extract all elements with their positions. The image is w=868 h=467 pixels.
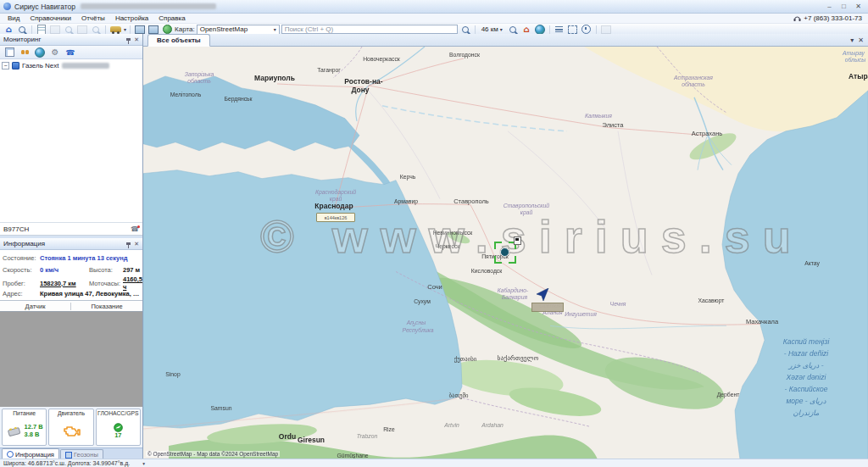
map-label: Sinop bbox=[165, 371, 181, 378]
mileage-value[interactable]: 158230,7 км bbox=[40, 280, 89, 287]
map-label: Ростов-на- bbox=[344, 77, 382, 86]
map-label: Ardahan bbox=[481, 422, 504, 428]
mileage-label: Пробег: bbox=[3, 280, 40, 287]
search-go-icon[interactable] bbox=[459, 25, 471, 35]
map-label: Краснодар bbox=[314, 202, 353, 210]
address-label: Адрес: bbox=[3, 290, 40, 297]
tab-all-objects[interactable]: Все объекты bbox=[147, 34, 210, 47]
battery-icon bbox=[6, 425, 23, 436]
map-area: Все объекты ▾ ✕ bbox=[143, 34, 868, 459]
chevron-down-icon[interactable]: ▾ bbox=[142, 461, 145, 466]
map-label: Мариуполь bbox=[254, 74, 295, 82]
list-icon[interactable] bbox=[554, 25, 565, 35]
speed-label: Скорость: bbox=[3, 266, 40, 274]
route-distance-badge: в144кв126 bbox=[316, 213, 355, 222]
tool-icon-disabled-1 bbox=[49, 25, 61, 35]
monitor-2-icon[interactable] bbox=[147, 25, 159, 35]
direction-arrow-icon bbox=[537, 288, 549, 302]
menu-settings[interactable]: Настройка bbox=[110, 14, 153, 22]
gps-indicator: ГЛОНАСС/GPS 17 bbox=[96, 409, 141, 446]
menu-view[interactable]: Вид bbox=[3, 14, 25, 22]
address-value: Кривая улица 47, Левокумка, Ста... bbox=[40, 290, 142, 297]
vehicle-tree-item[interactable]: − Газель Next bbox=[2, 62, 141, 69]
geozone-icon bbox=[65, 452, 72, 459]
menu-directories[interactable]: Справочники bbox=[25, 14, 75, 22]
menu-help[interactable]: Справка bbox=[153, 14, 190, 22]
dock-tabs: Информация Геозоны bbox=[0, 448, 142, 459]
globe-icon[interactable] bbox=[534, 25, 546, 35]
height-value: 297 м bbox=[123, 266, 142, 274]
map-select[interactable]: OpenStreetMap ▾ bbox=[197, 25, 280, 35]
collapse-icon[interactable]: − bbox=[2, 62, 9, 69]
support-phone-number: +7 (863) 333-01-73 bbox=[804, 14, 862, 22]
map-canvas[interactable]: МариупольМелітопольБердянськТаганрогНово… bbox=[143, 47, 868, 459]
map-label: Таганрог bbox=[317, 67, 341, 74]
sensor-col-value: Показание bbox=[71, 303, 142, 310]
map-label: Rize bbox=[383, 426, 395, 432]
map-label: Хасавюрт bbox=[698, 297, 725, 304]
menu-reports[interactable]: Отчёты bbox=[76, 14, 110, 22]
cursor-coordinates: Широта: 46.68713°с.ш. Долгота: 34.99047°… bbox=[3, 460, 130, 466]
support-phone: +7 (863) 333-01-73 bbox=[793, 14, 865, 22]
zoom-search-icon[interactable] bbox=[507, 25, 519, 35]
sea-label-line: море - دریای bbox=[786, 397, 826, 406]
map-label: Балкария bbox=[502, 294, 527, 301]
phone-status-icon[interactable] bbox=[131, 225, 139, 233]
show-on-map-icon[interactable] bbox=[34, 47, 46, 58]
gear-icon[interactable] bbox=[49, 47, 61, 58]
sea-label-line: - Hazar deñizi bbox=[784, 349, 830, 358]
close-button[interactable] bbox=[852, 2, 865, 11]
map-label: Запорізька bbox=[185, 71, 214, 78]
map-scale-dropdown[interactable]: 46 км ▾ bbox=[479, 25, 505, 34]
goto-address-icon[interactable] bbox=[520, 25, 532, 35]
power-indicator: Питание 12.7 В 3.8 В bbox=[2, 409, 47, 446]
map-label: область bbox=[682, 81, 705, 87]
speed-value: 0 км/ч bbox=[40, 266, 89, 274]
voltage-main: 12.7 В bbox=[25, 423, 43, 431]
info-title: Информация bbox=[3, 240, 45, 247]
monitor-icon[interactable] bbox=[134, 25, 146, 35]
tab-close-icon[interactable]: ✕ bbox=[858, 36, 864, 44]
map-label: Республика bbox=[402, 327, 433, 334]
hours-value[interactable]: 4160,5 ч bbox=[123, 275, 142, 291]
report-icon[interactable] bbox=[36, 25, 47, 35]
home-icon[interactable] bbox=[3, 25, 14, 35]
binoculars-icon[interactable] bbox=[19, 47, 31, 58]
vehicle-name: Газель Next bbox=[22, 62, 59, 69]
call-icon[interactable] bbox=[64, 47, 76, 58]
pin-icon[interactable] bbox=[126, 242, 131, 245]
vehicle-dropdown-icon[interactable] bbox=[109, 25, 121, 35]
map-label: Астраханская bbox=[673, 75, 713, 81]
map-label: Ordu bbox=[279, 432, 296, 441]
engine-icon bbox=[62, 425, 81, 436]
close-panel-icon[interactable]: ✕ bbox=[134, 241, 139, 247]
left-dock: Мониторинг ✕ − Газель Next bbox=[0, 34, 143, 459]
select-objects-icon[interactable] bbox=[3, 47, 15, 58]
close-panel-icon[interactable]: ✕ bbox=[134, 36, 139, 43]
fit-screen-icon[interactable] bbox=[567, 25, 579, 35]
search-input[interactable] bbox=[281, 25, 458, 34]
vehicle-info: Состояние: Стоянка 1 минута 13 секунд Ск… bbox=[0, 250, 142, 300]
tab-list-chevron-icon[interactable]: ▾ bbox=[850, 36, 854, 44]
history-clock-icon[interactable] bbox=[581, 25, 593, 35]
minimize-button[interactable] bbox=[823, 2, 836, 11]
map-label: Кисловодск bbox=[471, 268, 502, 275]
maximize-button[interactable] bbox=[837, 2, 850, 11]
selected-vehicle-row[interactable]: B977CH bbox=[0, 222, 142, 236]
vehicle-position-dot[interactable] bbox=[500, 247, 509, 257]
map-label: Новочеркасск bbox=[363, 56, 400, 63]
pin-icon[interactable] bbox=[126, 38, 131, 41]
sea-label-line: Каспий теңізі bbox=[783, 337, 831, 346]
map-label: Мелітополь bbox=[170, 92, 202, 97]
map-tab-bar: Все объекты ▾ ✕ bbox=[143, 34, 868, 47]
chevron-down-icon[interactable]: ▾ bbox=[124, 26, 126, 32]
globe-green-icon[interactable] bbox=[161, 25, 173, 35]
app-window: Сириус Навигатор Вид Справочники Отчёты … bbox=[0, 0, 868, 467]
height-label: Высота: bbox=[89, 266, 123, 274]
redacted-plate bbox=[62, 63, 109, 69]
map-label: Махачкала bbox=[746, 318, 779, 325]
map-label: ქუთაისი bbox=[454, 356, 477, 363]
map-label: Волгодонск bbox=[449, 52, 480, 58]
search-icon[interactable] bbox=[16, 25, 28, 35]
map-label: Керчь bbox=[400, 174, 416, 181]
